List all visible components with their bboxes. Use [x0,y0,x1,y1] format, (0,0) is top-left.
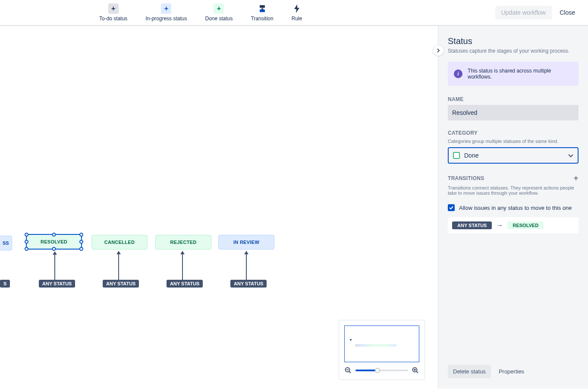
banner-text: This status is shared across multiple wo… [468,68,572,80]
category-select[interactable]: Done [448,147,579,164]
resize-handle[interactable] [25,247,28,251]
transition-to-badge: RESOLVED [507,221,544,229]
collapse-panel-button[interactable] [433,45,444,56]
done-swatch-icon [453,152,460,159]
workflow-canvas[interactable]: SS S RESOLVED ANY STATUS CANCELLED ANY S… [0,26,438,389]
zoom-out-icon[interactable] [344,367,352,374]
select-value: Done [464,152,564,159]
any-status-label: S [0,280,10,288]
status-detail-panel: Status Statuses capture the stages of yo… [438,26,588,389]
minimap[interactable] [339,320,425,380]
status-name-input[interactable] [448,105,579,120]
status-node-rejected[interactable]: REJECTED [155,235,211,250]
status-node-partial[interactable]: SS [0,236,12,250]
checkbox-label: Allow issues in any status to move to th… [459,205,572,211]
svg-rect-0 [260,5,265,8]
plus-icon: + [214,3,224,14]
arrow-icon [180,251,185,254]
arrow-icon [116,251,121,254]
zoom-thumb[interactable] [375,368,380,373]
add-todo-status-button[interactable]: + To-do status [99,3,127,22]
status-label: RESOLVED [41,239,67,244]
panel-title: Status [448,36,579,46]
zoom-slider[interactable] [355,370,408,371]
plus-icon: + [161,3,171,14]
transitions-label: TRANSITIONS [448,175,484,181]
transitions-help: Transitions connect statuses. They repre… [448,185,579,196]
transition-from-badge: ANY STATUS [452,221,492,229]
minimap-dot [350,339,352,341]
add-inprogress-status-button[interactable]: + In-progress status [145,3,187,22]
status-node-resolved[interactable]: RESOLVED [26,234,82,250]
status-node-inreview[interactable]: IN REVIEW [218,235,274,250]
toolbar-label: In-progress status [145,16,187,22]
resize-handle[interactable] [25,233,28,237]
transition-icon [257,3,267,14]
resize-handle[interactable] [79,233,83,237]
toolbar-label: To-do status [99,16,127,22]
info-banner: i This status is shared across multiple … [448,62,579,86]
category-label: CATEGORY [448,130,579,136]
arrow-icon [53,251,57,255]
check-icon [449,205,453,210]
svg-line-6 [416,371,418,373]
toolbar-right: Update workflow Close [495,6,579,19]
status-node-cancelled[interactable]: CANCELLED [91,235,148,250]
transition-line [118,254,119,280]
panel-subtitle: Statuses capture the stages of your work… [448,48,579,54]
any-status-label[interactable]: ANY STATUS [39,280,75,288]
transition-line [54,255,55,280]
toolbar-left: + To-do status + In-progress status + Do… [99,3,302,22]
add-transition-button[interactable]: Transition [251,3,273,22]
any-status-label[interactable]: ANY STATUS [230,280,267,288]
add-transition-button[interactable]: + [573,174,579,183]
svg-line-3 [349,371,351,373]
chevron-right-icon [436,48,440,53]
toolbar-label: Done status [205,16,233,22]
plus-icon: + [108,3,119,14]
allow-any-status-checkbox[interactable] [448,204,455,211]
resize-handle[interactable] [52,233,56,237]
transition-row[interactable]: ANY STATUS → RESOLVED [448,217,579,234]
chevron-down-icon [568,152,573,159]
arrow-icon [244,251,248,254]
minimap-content [355,344,396,347]
resize-handle[interactable] [79,247,83,251]
add-done-status-button[interactable]: + Done status [205,3,233,22]
name-label: NAME [448,96,579,102]
arrow-right-icon: → [496,221,503,229]
add-rule-button[interactable]: Rule [292,3,302,22]
minimap-viewport[interactable] [344,326,419,362]
transition-line [246,254,247,280]
lightning-icon [292,3,302,14]
transition-line [182,254,183,280]
resize-handle[interactable] [25,240,28,244]
update-workflow-button: Update workflow [495,6,552,19]
properties-button[interactable]: Properties [494,365,529,378]
delete-status-button[interactable]: Delete status [448,365,491,378]
resize-handle[interactable] [52,247,56,251]
category-help: Categories group multiple statuses of th… [448,139,579,144]
toolbar-label: Rule [292,16,302,22]
resize-handle[interactable] [79,240,83,244]
any-status-label[interactable]: ANY STATUS [167,280,203,288]
toolbar-label: Transition [251,16,273,22]
any-status-label[interactable]: ANY STATUS [103,280,139,288]
info-icon: i [454,70,462,78]
close-button[interactable]: Close [555,6,579,19]
zoom-in-icon[interactable] [412,367,419,374]
